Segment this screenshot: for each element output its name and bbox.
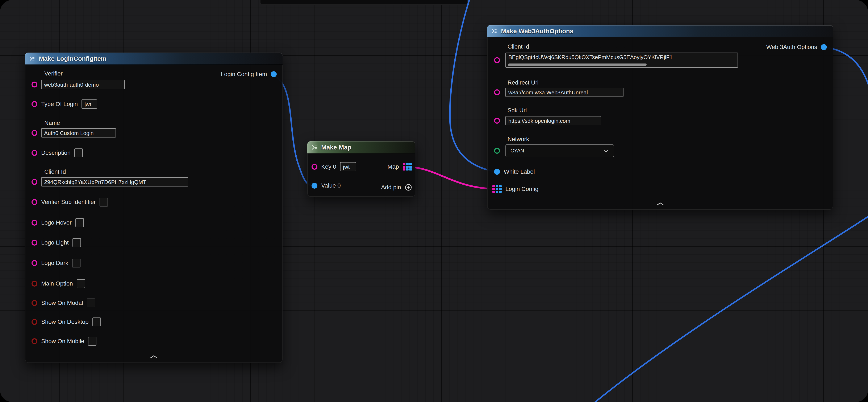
web3auth-options-output-label: Web 3Auth Options: [766, 44, 817, 51]
verifier-label: Verifier: [44, 70, 63, 77]
logo-hover-label: Logo Hover: [41, 219, 72, 226]
show-on-modal-checkbox[interactable]: [87, 298, 95, 307]
key0-input[interactable]: jwt: [340, 162, 356, 171]
login-config-item-output-pin[interactable]: [271, 71, 277, 77]
node-header[interactable]: Make Web3AuthOptions: [487, 25, 833, 37]
type-of-login-pin[interactable]: [32, 101, 37, 107]
description-pin[interactable]: [32, 150, 37, 156]
login-config-pin[interactable]: [492, 185, 502, 193]
show-on-desktop-pin[interactable]: [32, 319, 37, 325]
login-config-label: Login Config: [505, 185, 538, 192]
client-id-hscrollbar[interactable]: [508, 63, 647, 66]
white-label-pin[interactable]: [494, 169, 500, 175]
client-id-value: BEglQSgt4cUWcj6SKRdu5QkOXTsePmMcusG5EAoy…: [508, 54, 673, 60]
make-struct-icon: [491, 28, 498, 34]
client-id-pin[interactable]: [32, 179, 37, 185]
logo-light-pin[interactable]: [32, 240, 37, 246]
node-title: Make Map: [321, 144, 351, 151]
collapse-chevron-icon[interactable]: [656, 202, 664, 207]
logo-light-label: Logo Light: [41, 239, 69, 246]
node-header[interactable]: Make LoginConfigItem: [25, 53, 283, 65]
client-id-label: Client Id: [44, 168, 66, 175]
description-label: Description: [41, 149, 70, 156]
logo-light-input[interactable]: [72, 238, 81, 247]
network-pin[interactable]: [494, 148, 500, 154]
network-dropdown[interactable]: CYAN: [505, 144, 614, 157]
output-row-login-config-item: Login Config Item: [221, 71, 277, 78]
client-id-input[interactable]: 294QRkchfq2YaXUbPri7D6PH7xzHgQMT: [41, 177, 188, 186]
collapse-chevron-icon[interactable]: [150, 355, 158, 360]
redirect-url-input[interactable]: w3a://com.w3a.Web3AuthUnreal: [505, 88, 623, 97]
node-make-map[interactable]: Make Map Key 0 jwt Map Value 0 Add pin: [307, 141, 415, 197]
value0-pin[interactable]: [312, 183, 317, 189]
node-header[interactable]: Make Map: [307, 141, 415, 153]
chevron-down-icon: [603, 149, 609, 153]
verifier-pin[interactable]: [32, 82, 37, 87]
sdk-url-label: Sdk Url: [507, 107, 527, 114]
wire-map-to-login-config[interactable]: [407, 167, 496, 189]
node-make-loginconfigitem[interactable]: Make LoginConfigItem Login Config Item V…: [25, 53, 283, 363]
network-label: Network: [507, 136, 529, 143]
map-output-label: Map: [388, 163, 399, 170]
show-on-modal-pin[interactable]: [32, 300, 37, 306]
blueprint-canvas[interactable]: Make LoginConfigItem Login Config Item V…: [0, 0, 868, 402]
show-on-desktop-label: Show On Desktop: [41, 318, 89, 325]
verifier-sub-identifier-label: Verifier Sub Identifier: [41, 199, 96, 205]
logo-dark-input[interactable]: [72, 259, 81, 267]
name-pin[interactable]: [32, 130, 37, 136]
make-struct-icon: [29, 55, 35, 62]
verifier-input[interactable]: web3auth-auth0-demo: [41, 80, 125, 89]
make-map-icon: [311, 144, 318, 151]
redirect-url-label: Redirect Url: [507, 79, 538, 86]
add-pin-label: Add pin: [381, 184, 401, 191]
client-id-pin[interactable]: [494, 57, 500, 63]
main-option-checkbox[interactable]: [77, 279, 85, 288]
node-make-web3authoptions[interactable]: Make Web3AuthOptions Web 3Auth Options C…: [487, 25, 833, 210]
output-row-web3auth-options: Web 3Auth Options: [766, 44, 827, 51]
key0-label: Key 0: [321, 163, 336, 170]
type-of-login-input[interactable]: jwt: [82, 99, 97, 109]
offscreen-node-edge[interactable]: [260, 0, 468, 5]
map-output-row: Map: [388, 163, 412, 171]
show-on-mobile-label: Show On Mobile: [41, 338, 84, 345]
show-on-desktop-checkbox[interactable]: [92, 317, 101, 326]
name-label: Name: [44, 120, 60, 126]
logo-dark-pin[interactable]: [32, 260, 37, 266]
main-option-label: Main Option: [41, 280, 73, 287]
output-pin-label: Login Config Item: [221, 71, 267, 78]
network-selected-value: CYAN: [510, 148, 524, 154]
verifier-sub-identifier-pin[interactable]: [32, 199, 37, 205]
logo-dark-label: Logo Dark: [41, 260, 68, 266]
sdk-url-pin[interactable]: [494, 118, 500, 124]
add-pin-plus-icon[interactable]: [405, 184, 412, 191]
show-on-modal-label: Show On Modal: [41, 299, 83, 306]
show-on-mobile-pin[interactable]: [32, 338, 37, 344]
show-on-mobile-checkbox[interactable]: [88, 337, 96, 346]
description-input[interactable]: [74, 148, 83, 157]
map-output-pin[interactable]: [403, 163, 412, 171]
node-title: Make LoginConfigItem: [39, 55, 106, 62]
node-title: Make Web3AuthOptions: [501, 28, 573, 35]
verifier-sub-identifier-input[interactable]: [100, 198, 108, 206]
value0-label: Value 0: [321, 182, 341, 189]
name-input[interactable]: Auth0 Custom Login: [41, 128, 116, 138]
type-of-login-label: Type Of Login: [41, 101, 78, 108]
wire-offscreen-diagonal[interactable]: [594, 217, 868, 402]
add-pin-button[interactable]: Add pin: [381, 184, 412, 191]
key0-pin[interactable]: [312, 164, 317, 170]
white-label-label: White Label: [504, 168, 535, 175]
redirect-url-pin[interactable]: [494, 89, 500, 95]
client-id-input[interactable]: BEglQSgt4cUWcj6SKRdu5QkOXTsePmMcusG5EAoy…: [505, 53, 738, 68]
logo-hover-pin[interactable]: [32, 220, 37, 226]
logo-hover-input[interactable]: [75, 218, 84, 227]
web3auth-options-output-pin[interactable]: [821, 44, 827, 50]
sdk-url-input[interactable]: https://sdk.openlogin.com: [505, 116, 601, 125]
client-id-label: Client Id: [507, 43, 529, 50]
main-option-pin[interactable]: [32, 281, 37, 287]
